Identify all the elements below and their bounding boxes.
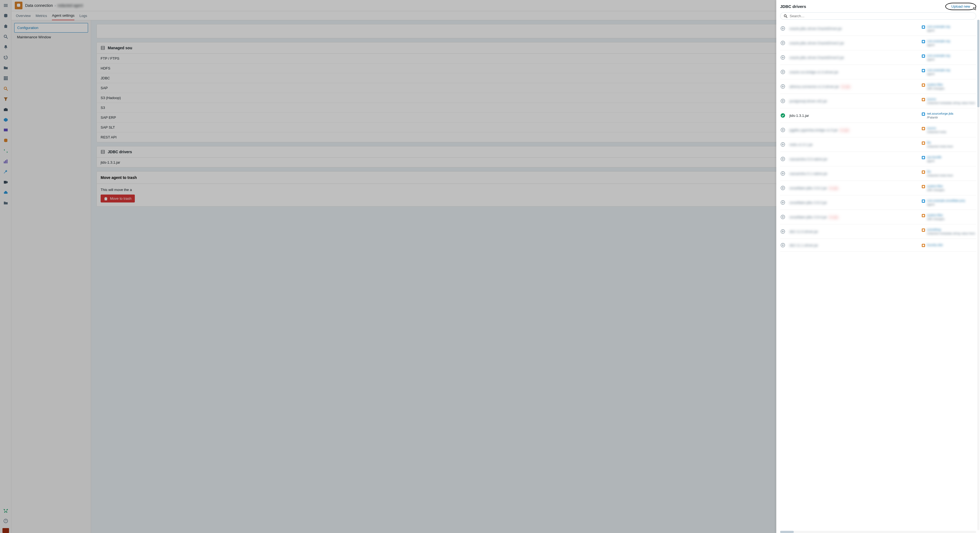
driver-row[interactable]: db2-11.1.driver.jarfoundry-dist	[780, 239, 976, 252]
video-icon[interactable]	[2, 179, 9, 185]
driver-name: snowflake-jdbc-3.9.3.jar	[789, 201, 918, 205]
check-icon[interactable]	[780, 113, 786, 118]
menu-icon[interactable]	[2, 2, 9, 9]
search-icon	[784, 14, 788, 18]
svg-rect-27	[923, 26, 924, 28]
search-colored-icon[interactable]	[2, 85, 9, 92]
add-icon[interactable]	[780, 40, 786, 46]
scroll-thumb[interactable]	[977, 20, 980, 107]
driver-row[interactable]: snowflake-jdbc-3.9.2.jarIn usesystem-fil…	[780, 181, 976, 195]
add-icon[interactable]	[780, 26, 786, 31]
add-icon[interactable]	[780, 200, 786, 205]
svg-rect-9	[5, 79, 6, 80]
apps-icon[interactable]	[2, 75, 9, 81]
history-icon[interactable]	[2, 54, 9, 61]
driver-meta: fileredacted meta here	[921, 141, 976, 148]
horizontal-scrollbar[interactable]	[780, 531, 976, 533]
svg-rect-2	[4, 77, 5, 77]
add-icon[interactable]	[780, 55, 786, 60]
driver-row[interactable]: oracle.csv.bridge.v1.0.driver.jarcom.exa…	[780, 65, 976, 79]
database-icon[interactable]	[2, 137, 9, 144]
add-icon[interactable]	[780, 69, 786, 75]
svg-rect-45	[923, 113, 924, 115]
settings-nav: Configuration Maintenance Window	[11, 20, 91, 533]
svg-rect-36	[923, 70, 924, 72]
nav-maintenance[interactable]: Maintenance Window	[14, 33, 88, 41]
folder2-icon[interactable]	[2, 200, 9, 206]
breadcrumb-root[interactable]: Data connection	[25, 3, 53, 8]
driver-row[interactable]: oracle.jdbc.driver.OracleDriver2.jarcom.…	[780, 36, 976, 50]
tab-overview[interactable]: Overview	[16, 11, 30, 20]
user-badge[interactable]	[2, 528, 9, 533]
driver-name: oracle.jdbc.driver.OracleDriver3.jar	[789, 56, 918, 60]
meta-icon	[921, 141, 925, 145]
scroll-thumb[interactable]	[780, 531, 794, 533]
meta-icon	[921, 244, 925, 247]
driver-name: db2-11.0.driver.jar	[789, 230, 918, 234]
managed-sources-title: Managed sou	[108, 46, 132, 50]
driver-row[interactable]: athena.connector.v1.0.driver.jarIn usesy…	[780, 79, 976, 94]
driver-row[interactable]: pgjdbc.pgsimba.bridge.v1.0.jarIn usesour…	[780, 123, 976, 137]
cloud-icon[interactable]	[2, 189, 9, 196]
meta-icon	[921, 25, 925, 29]
svg-rect-8	[4, 79, 5, 80]
driver-meta: com.example.orgagent	[921, 25, 976, 32]
add-icon[interactable]	[780, 127, 786, 133]
database-app-icon[interactable]	[2, 13, 9, 19]
search-field[interactable]	[790, 14, 973, 18]
add-icon[interactable]	[780, 98, 786, 104]
briefcase-icon[interactable]	[2, 106, 9, 113]
vertical-scrollbar[interactable]	[977, 20, 980, 530]
driver-meta: com.example.orgagent	[921, 69, 976, 75]
monitor-icon[interactable]	[2, 127, 9, 134]
driver-row[interactable]: oracle.jdbc.driver.OracleDriver3.jarcom.…	[780, 50, 976, 65]
driver-row[interactable]: db2-11.0.driver.jarsomethingredacted met…	[780, 224, 976, 239]
add-icon[interactable]	[780, 243, 786, 248]
tab-agent-settings[interactable]: Agent settings	[52, 11, 75, 20]
driver-name: jtds-1.3.1.jar	[789, 113, 918, 118]
search-icon[interactable]	[2, 34, 9, 40]
svg-text:?: ?	[5, 520, 6, 523]
driver-row[interactable]: snowflake-jdbc-3.9.3.jarcom.example.snow…	[780, 195, 976, 210]
tools-icon[interactable]	[2, 507, 9, 514]
add-icon[interactable]	[780, 185, 786, 191]
driver-row[interactable]: oracle.jdbc.driver.OracleDriver.jarcom.e…	[780, 21, 976, 36]
driver-meta: system-fileswith changes	[921, 83, 976, 90]
search-input-wrap[interactable]	[780, 12, 976, 20]
wrench-icon[interactable]	[2, 169, 9, 175]
svg-rect-10	[6, 79, 8, 80]
chart-icon[interactable]	[2, 158, 9, 165]
home-icon[interactable]	[2, 23, 9, 30]
upload-new-button[interactable]: Upload new	[945, 3, 976, 10]
meta-icon	[921, 127, 925, 131]
cube-icon[interactable]	[2, 116, 9, 123]
chevron-right-icon: ›	[54, 3, 56, 8]
arrows-icon[interactable]	[2, 148, 9, 154]
driver-row[interactable]: cassandra-3.1.native.jarfileredacted met…	[780, 166, 976, 181]
svg-rect-6	[5, 78, 6, 79]
nav-configuration[interactable]: Configuration	[14, 23, 88, 33]
svg-rect-51	[923, 142, 924, 144]
move-to-trash-button[interactable]: Move to trash	[100, 195, 135, 203]
svg-rect-18	[4, 181, 6, 184]
folder-icon[interactable]	[2, 65, 9, 71]
add-icon[interactable]	[780, 142, 786, 147]
add-icon[interactable]	[780, 84, 786, 89]
driver-meta: net.sourceforge.jtds/Palantir	[921, 112, 976, 119]
driver-row[interactable]: snowflake-jdbc-3.9.4.jarIn usesystem-fil…	[780, 210, 976, 224]
add-icon[interactable]	[780, 156, 786, 162]
driver-row[interactable]: cassandra-3.0.native.jarsys-bundleagent	[780, 152, 976, 166]
help-icon[interactable]: ?	[2, 518, 9, 524]
add-icon[interactable]	[780, 171, 786, 176]
driver-row[interactable]: postgresql.driver.v42.jarsourceredacted …	[780, 94, 976, 109]
tab-logs[interactable]: Logs	[79, 11, 87, 20]
driver-list: oracle.jdbc.driver.OracleDriver.jarcom.e…	[776, 21, 980, 531]
tab-metrics[interactable]: Metrics	[35, 11, 47, 20]
driver-name: oracle.csv.bridge.v1.0.driver.jar	[789, 70, 918, 74]
bell-icon[interactable]	[2, 44, 9, 50]
add-icon[interactable]	[780, 229, 786, 234]
driver-row[interactable]: redis.v1.0.1.jarfileredacted meta here	[780, 137, 976, 152]
filter-icon[interactable]	[2, 96, 9, 102]
driver-row[interactable]: jtds-1.3.1.jarnet.sourceforge.jtds/Palan…	[780, 109, 976, 123]
add-icon[interactable]	[780, 214, 786, 220]
